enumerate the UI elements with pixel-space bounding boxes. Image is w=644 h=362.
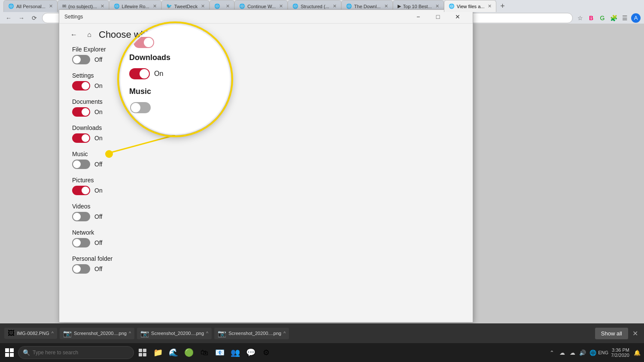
toggle-label-6: Videos: [72, 203, 460, 210]
file-explorer-taskbar[interactable]: 📁: [151, 346, 165, 359]
tab-favicon-6: 🌐: [292, 3, 298, 9]
toggle-row-music: MusicOff: [72, 151, 460, 169]
tab-favicon-9: 🌐: [449, 3, 455, 9]
tray-volume[interactable]: 🔊: [578, 348, 587, 357]
toolbar-icons: ☆ B G 🧩 ☰ A: [575, 13, 641, 23]
svg-rect-3: [5, 353, 9, 357]
close-files-bar-button[interactable]: ✕: [631, 329, 640, 338]
settings-taskbar[interactable]: ⚙: [259, 346, 273, 359]
window-title: Settings: [64, 14, 408, 20]
toggle-switch-0[interactable]: [72, 55, 90, 64]
taskbar-clock[interactable]: 3:36 PM 7/2/2020: [609, 347, 631, 358]
slack-taskbar[interactable]: 💬: [244, 346, 258, 359]
file-icon-0: 🖼: [8, 329, 15, 337]
extensions-icon[interactable]: 🧩: [609, 13, 618, 23]
toggle-switch-1[interactable]: [72, 81, 90, 90]
tab-close-0[interactable]: ✕: [49, 3, 53, 9]
tab-close-5[interactable]: ✕: [279, 3, 283, 9]
toggle-switch-3[interactable]: [72, 133, 90, 143]
start-button[interactable]: [3, 346, 16, 359]
microsoft-store-taskbar[interactable]: 🛍: [197, 346, 211, 359]
tab-close-7[interactable]: ✕: [384, 3, 388, 9]
file-item-0[interactable]: 🖼IMG-0082.PNG^: [4, 328, 57, 339]
refresh-button[interactable]: ⟳: [29, 13, 39, 23]
toggle-knob-3: [82, 134, 89, 142]
bookmark-icon[interactable]: ☆: [575, 13, 585, 23]
toggle-switch-4[interactable]: [72, 160, 90, 169]
back-button[interactable]: ←: [3, 13, 14, 23]
taskbar-tray: ⌃ ☁ ☁ 🔊 🌐 ENG 3:36 PM 7/2/2020 🔔: [547, 347, 641, 358]
tab-label-0: All Personal...: [16, 4, 46, 9]
svg-rect-2: [10, 348, 14, 352]
tab-label-8: Top 10 Best...: [403, 4, 432, 9]
file-chevron-1[interactable]: ^: [129, 331, 131, 336]
toggle-row-network: NetworkOff: [72, 229, 460, 247]
new-tab-button[interactable]: +: [496, 0, 508, 12]
toggle-switch-7[interactable]: [72, 238, 90, 247]
tray-network[interactable]: 🌐: [589, 348, 597, 357]
tray-lang[interactable]: ENG: [599, 348, 608, 357]
browser-tab-0[interactable]: 🌐All Personal...✕: [3, 0, 58, 12]
tab-label-3: TweetDeck: [174, 4, 197, 9]
tray-onedrive[interactable]: ☁: [568, 348, 577, 357]
search-input[interactable]: [33, 350, 129, 356]
forward-button[interactable]: →: [16, 13, 27, 23]
file-item-2[interactable]: 📷Screenshot_20200....png^: [137, 328, 212, 339]
settings-window: Settings − □ ✕ ← ⌂ Choose which f r on S…: [59, 9, 473, 323]
svg-rect-6: [143, 349, 146, 352]
tab-close-9[interactable]: ✕: [488, 3, 492, 9]
edge-taskbar[interactable]: 🌊: [167, 346, 180, 359]
tab-close-1[interactable]: ✕: [100, 3, 104, 9]
toggle-switch-8[interactable]: [72, 264, 90, 274]
toggle-knob-5: [82, 187, 89, 194]
grammarly-icon[interactable]: G: [598, 13, 607, 23]
magnifier-toggle[interactable]: [129, 68, 150, 79]
file-item-3[interactable]: 📷Screenshot_20200....png^: [214, 328, 289, 339]
tab-favicon-5: 🌐: [239, 3, 245, 9]
chrome-taskbar[interactable]: 🟢: [182, 346, 196, 359]
magnifier-subsection-title: Music: [129, 87, 151, 96]
toggle-switch-6[interactable]: [72, 212, 90, 221]
file-chevron-0[interactable]: ^: [52, 331, 54, 336]
toggle-knob-2: [82, 108, 89, 116]
toggle-switch-2[interactable]: [72, 107, 90, 117]
file-chevron-2[interactable]: ^: [206, 331, 208, 336]
taskbar-search[interactable]: 🔍: [18, 346, 134, 359]
file-chevron-3[interactable]: ^: [283, 331, 286, 336]
brave-icon[interactable]: B: [586, 13, 596, 23]
files-bar: 🖼IMG-0082.PNG^📷Screenshot_20200....png^📷…: [0, 323, 644, 343]
tab-close-8[interactable]: ✕: [435, 3, 439, 9]
svg-rect-4: [10, 353, 14, 357]
toggle-switch-5[interactable]: [72, 186, 90, 195]
tray-up-arrow[interactable]: ⌃: [547, 348, 556, 357]
file-name-2: Screenshot_20200....png: [151, 331, 204, 336]
settings-header: ← ⌂ Choose which f r on Start: [59, 24, 473, 46]
task-view-button[interactable]: [136, 346, 149, 359]
file-item-1[interactable]: 📷Screenshot_20200....png^: [60, 328, 134, 339]
tray-cloud[interactable]: ☁: [558, 348, 566, 357]
tab-close-2[interactable]: ✕: [153, 3, 157, 9]
tab-close-3[interactable]: ✕: [201, 3, 205, 9]
tab-close-6[interactable]: ✕: [333, 3, 337, 9]
browser-tab-9[interactable]: 🌐View files a...✕: [444, 0, 497, 12]
mail-taskbar[interactable]: 📧: [213, 346, 227, 359]
toggle-control-3: On: [72, 133, 460, 143]
tab-label-2: Lifewire Ro...: [122, 4, 149, 9]
toggle-state-text-4: Off: [94, 161, 102, 168]
tab-favicon-7: 🌐: [346, 3, 352, 9]
window-titlebar: Settings − □ ✕: [59, 10, 473, 24]
tab-favicon-2: 🌐: [114, 3, 120, 9]
profile-icon[interactable]: A: [631, 13, 641, 23]
svg-rect-1: [5, 348, 9, 352]
back-button[interactable]: ←: [68, 29, 80, 41]
minimize-button[interactable]: −: [408, 10, 428, 24]
file-icon-1: 📷: [63, 329, 72, 338]
toggle-label-5: Pictures: [72, 177, 460, 184]
notification-icon[interactable]: 🔔: [633, 348, 641, 357]
tab-close-4[interactable]: ✕: [226, 3, 230, 9]
show-all-button[interactable]: Show all: [595, 328, 628, 339]
menu-icon[interactable]: ☰: [620, 13, 629, 23]
teams-taskbar[interactable]: 👥: [228, 346, 242, 359]
toggle-knob-8: [73, 265, 81, 273]
home-icon[interactable]: ⌂: [84, 30, 94, 40]
